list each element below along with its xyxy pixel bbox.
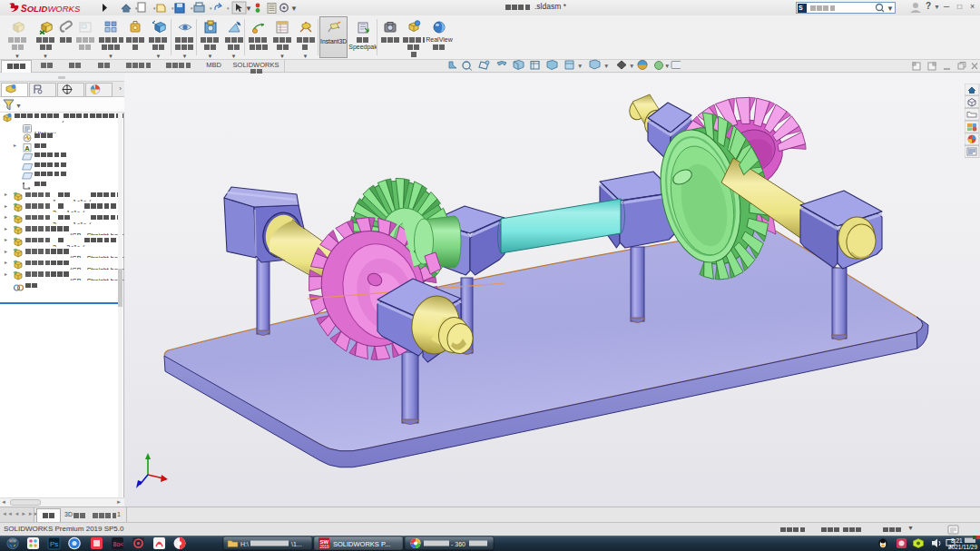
svg-text:2021/11/29: 2021/11/29 [948,544,977,550]
svg-text:▼: ▼ [15,103,22,109]
svg-text:▼: ▼ [290,5,298,13]
svg-text:▼: ▼ [190,6,193,11]
svg-text:SOLIDWORKS P...: SOLIDWORKS P... [333,540,390,548]
svg-text:▼: ▼ [226,6,230,11]
svg-text:2019: 2019 [320,545,330,549]
svg-text:▼: ▼ [152,6,156,11]
svg-text:▼: ▼ [603,63,609,69]
svg-text:▼: ▼ [629,63,634,69]
svg-text:H:\: H:\ [240,541,249,547]
svg-text:▼: ▼ [887,5,894,13]
svg-text:SOLIDWORKS: SOLIDWORKS [21,4,81,14]
svg-text:Ps: Ps [50,540,58,548]
svg-text:▼: ▼ [245,5,252,13]
svg-text:▼: ▼ [134,6,138,11]
svg-text:▼: ▼ [577,63,583,69]
svg-text:▼: ▼ [171,6,174,11]
svg-text:8:21: 8:21 [951,537,963,544]
svg-text:▼: ▼ [209,6,212,11]
svg-text:▼: ▼ [664,63,670,69]
svg-text:- 360: - 360 [451,541,466,547]
svg-text:\1...: \1... [291,541,302,547]
svg-text:8o<: 8o< [113,541,124,547]
